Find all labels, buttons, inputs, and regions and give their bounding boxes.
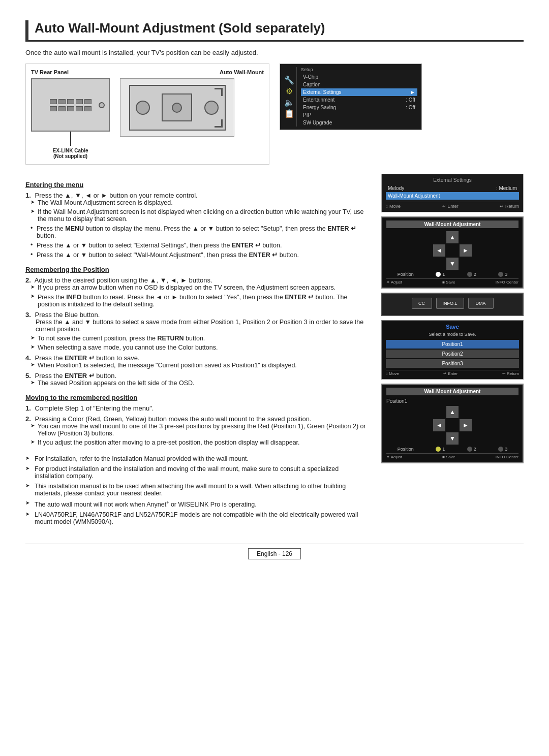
cable-label: EX-LINK Cable(Not supplied) xyxy=(52,148,88,159)
step-1-bullet-1: Press the MENU button to display the men… xyxy=(30,225,369,239)
entering-menu-heading: Entering the menu xyxy=(25,181,369,188)
step-2-text: Adjust to the desired position using the… xyxy=(35,276,212,284)
diagram-label-mount: Auto Wall-Mount xyxy=(220,69,264,75)
footer-label: English - 126 xyxy=(248,548,301,559)
note-4: The auto wall mount will not work when A… xyxy=(25,500,369,508)
tv-rear-panel: EX-LINK Cable(Not supplied) xyxy=(31,78,110,159)
ui-screenshots-panel: 🔧 ⚙ 🔈 📋 Setup V-Chip Caption External Se… xyxy=(280,64,422,165)
step-5-sub-1: The saved Position appears on the left s… xyxy=(30,380,369,387)
step-1-sub-1: The Wall Mount Adjustment screen is disp… xyxy=(30,199,369,206)
left-content: Entering the menu 1. Press the ▲, ▼, ◄ o… xyxy=(25,174,369,528)
move-step-2-sub-2: If you adjust the position after moving … xyxy=(30,439,369,446)
external-settings-screen: External Settings Melody: Medium Wall-Mo… xyxy=(381,174,524,212)
right-content: External Settings Melody: Medium Wall-Mo… xyxy=(381,174,524,528)
entering-menu-section: Entering the menu 1. Press the ▲, ▼, ◄ o… xyxy=(25,181,369,259)
step-3-sub-plain: Press the ▲ and ▼ buttons to select a sa… xyxy=(36,319,369,333)
step-3-text: Press the Blue button. xyxy=(35,311,100,319)
save-option-2: Position2 xyxy=(386,350,519,358)
move-step-1-text: Complete Step 1 of "Entering the menu". xyxy=(35,404,154,412)
external-settings-label: External Settings xyxy=(303,89,342,95)
save-screen: Save Select a mode to Save. Position1 Po… xyxy=(381,320,524,380)
move-step-2: 2. Pressing a Color (Red, Green, Yellow)… xyxy=(25,415,369,446)
setup-menu-screen: 🔧 ⚙ 🔈 📋 Setup V-Chip Caption External Se… xyxy=(280,64,422,130)
move-step-2-sub-1: You can move the wall mount to one of th… xyxy=(30,423,369,437)
step-1: 1. Press the ▲, ▼, ◄ or ► button on your… xyxy=(25,192,369,259)
note-3: This installation manual is to be used w… xyxy=(25,483,369,497)
move-step-1: 1. Complete Step 1 of "Entering the menu… xyxy=(25,404,369,412)
step-2: 2. Adjust to the desired position using … xyxy=(25,276,369,308)
step-1-bullet-3: Press the ▲ or ▼ button to select "Wall-… xyxy=(30,251,369,259)
step-3-sub-2: When selecting a save mode, you cannot u… xyxy=(30,344,369,351)
notes-section: For installation, refer to the Installat… xyxy=(25,455,369,525)
save-option-1: Position1 xyxy=(386,340,519,349)
step-4: 4. Press the ENTER ↵ button to save. Whe… xyxy=(25,354,369,369)
move-step-2-text: Pressing a Color (Red, Green, Yellow) bu… xyxy=(35,415,311,423)
step-1-bullet-2: Press the ▲ or ▼ button to select "Exter… xyxy=(30,241,369,249)
step-1-sub-2: If the Wall Mount Adjustment screen is n… xyxy=(30,208,369,223)
wall-mount-adj-screen-2: Wall-Mount Adjustment Position1 ▲ ◄ ► ▼ … xyxy=(381,384,524,463)
step-2-sub-2: Press the INFO button to reset. Press th… xyxy=(30,293,369,308)
note-1: For installation, refer to the Installat… xyxy=(25,455,369,462)
save-option-3: Position3 xyxy=(386,359,519,368)
step-4-sub-1: When Position1 is selected, the message … xyxy=(30,362,369,369)
intro-text: Once the auto wall mount is installed, y… xyxy=(25,49,524,56)
page-footer: English - 126 xyxy=(25,544,524,559)
wall-mount-adj-screen-1: Wall-Mount Adjustment ▲ ◄ ► ▼ Position 1… xyxy=(381,216,524,289)
remembering-position-heading: Remembering the Position xyxy=(25,266,369,273)
diagram-box: TV Rear Panel Auto Wall-Mount xyxy=(25,64,269,165)
step-3: 3. Press the Blue button. Press the ▲ an… xyxy=(25,311,369,351)
remote-control-buttons: CC INFO.L DMA xyxy=(381,293,524,316)
note-5: LN40A750R1F, LN46A750R1F and LN52A750R1F… xyxy=(25,511,369,525)
moving-position-section: Moving to the remembered position 1. Com… xyxy=(25,394,369,446)
step-2-sub-1: If you press an arrow button when no OSD… xyxy=(30,284,369,291)
step-5: 5. Press the ENTER ↵ button. The saved P… xyxy=(25,372,369,387)
page-title: Auto Wall-Mount Adjustment (Sold separat… xyxy=(25,20,524,42)
note-2: For product installation and the install… xyxy=(25,465,369,480)
diagram-label-tv: TV Rear Panel xyxy=(31,69,69,75)
remembering-position-section: Remembering the Position 2. Adjust to th… xyxy=(25,266,369,387)
step-1-text: Press the ▲, ▼, ◄ or ► button on your re… xyxy=(35,192,197,199)
step-5-text: Press the ENTER ↵ button. xyxy=(35,372,116,380)
step-3-sub-1: To not save the current position, press … xyxy=(30,335,369,342)
moving-position-heading: Moving to the remembered position xyxy=(25,394,369,401)
auto-wall-mount xyxy=(120,78,234,137)
step-4-text: Press the ENTER ↵ button to save. xyxy=(35,354,139,362)
